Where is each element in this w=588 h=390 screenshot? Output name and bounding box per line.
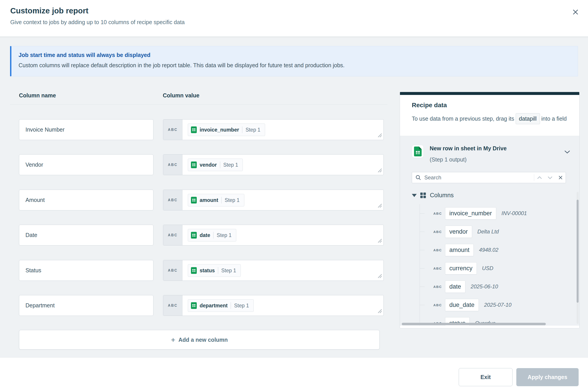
dialog-footer: Exit Apply changes <box>0 357 588 390</box>
scrollbar-thumb[interactable] <box>402 323 546 325</box>
table-row: ABC date Step 1 <box>0 225 400 245</box>
resize-handle-icon[interactable] <box>377 238 382 244</box>
column-name-input[interactable] <box>19 190 153 210</box>
tree-datapill[interactable]: currency <box>445 262 477 275</box>
description-text: To use data from a previous step, drag i… <box>412 115 514 122</box>
chevron-down-icon[interactable] <box>564 150 570 155</box>
column-value-field[interactable]: ABC department Step 1 <box>163 295 384 316</box>
resize-handle-icon[interactable] <box>377 273 382 279</box>
plus-icon: + <box>171 336 175 343</box>
datapill[interactable]: department Step 1 <box>188 299 254 312</box>
step-output-header[interactable]: New row in sheet in My Drive (Step 1 out… <box>412 145 570 158</box>
tree-datapill[interactable]: invoice_number <box>445 207 496 220</box>
datapill-separator <box>221 197 222 203</box>
step-subtitle: (Step 1 output) <box>430 156 507 163</box>
sample-value: INV-00001 <box>501 210 527 216</box>
vertical-scrollbar[interactable] <box>577 192 579 324</box>
datapill-tree-item[interactable]: ABC due_date 2025-07-10 <box>400 296 577 314</box>
clear-search-icon[interactable] <box>555 172 566 183</box>
step-title: New row in sheet in My Drive <box>430 145 507 152</box>
google-sheets-icon <box>188 161 200 168</box>
datapill-name: amount <box>200 197 218 203</box>
column-name-header: Column name <box>19 92 56 99</box>
field-type-label: ABC <box>429 266 442 270</box>
tree-items: ABC invoice_number INV-00001 ABC vendor … <box>400 204 577 326</box>
info-banner-title: Job start time and status will always be… <box>19 52 571 58</box>
datapill-tree-item[interactable]: ABC date 2025-06-10 <box>400 277 577 296</box>
field-type-prefix: ABC <box>163 225 182 245</box>
column-value-field[interactable]: ABC date Step 1 <box>163 225 384 245</box>
recipe-data-body: New row in sheet in My Drive (Step 1 out… <box>400 136 579 326</box>
exit-button[interactable]: Exit <box>459 368 512 386</box>
datapill[interactable]: invoice_number Step 1 <box>188 124 265 136</box>
datapill-step: Step 1 <box>221 268 236 274</box>
datapill-tree-item[interactable]: ABC currency USD <box>400 259 577 277</box>
recipe-data-panel: Recipe data To use data from a previous … <box>400 92 580 328</box>
datapill[interactable]: status Step 1 <box>188 264 241 277</box>
column-value-field[interactable]: ABC invoice_number Step 1 <box>163 119 384 140</box>
tree-datapill[interactable]: vendor <box>445 226 472 238</box>
datapill-tree-item[interactable]: ABC amount 4948.02 <box>400 241 577 259</box>
search-input[interactable] <box>424 174 534 181</box>
datapill-separator <box>242 126 242 133</box>
field-type-label: ABC <box>429 248 442 252</box>
dialog-header: Customize job report Give context to job… <box>0 0 588 36</box>
resize-handle-icon[interactable] <box>377 168 382 174</box>
add-column-button[interactable]: + Add a new column <box>19 330 380 349</box>
datapill-tree-item[interactable]: ABC invoice_number INV-00001 <box>400 204 577 222</box>
column-name-input[interactable] <box>19 119 153 140</box>
column-name-input[interactable] <box>19 295 153 316</box>
sample-value: 4948.02 <box>479 247 498 253</box>
tree-stub-line <box>420 287 425 287</box>
field-type-prefix: ABC <box>163 190 182 210</box>
datapill-separator <box>218 267 218 274</box>
google-sheets-icon <box>188 302 200 309</box>
panel-accent-bar <box>400 92 579 95</box>
column-value-field[interactable]: ABC vendor Step 1 <box>163 154 384 175</box>
search-bar <box>412 172 566 183</box>
resize-handle-icon[interactable] <box>377 308 382 314</box>
step-output-texts: New row in sheet in My Drive (Step 1 out… <box>430 145 507 163</box>
sample-value: 2025-06-10 <box>471 284 498 290</box>
page-title: Customize job report <box>10 6 89 15</box>
tree-datapill[interactable]: amount <box>445 244 474 256</box>
field-type-label: ABC <box>429 285 442 289</box>
chevron-up-icon[interactable] <box>534 172 545 183</box>
columns-grid-icon <box>420 193 426 198</box>
datapill[interactable]: vendor Step 1 <box>188 159 243 171</box>
tree-datapill[interactable]: date <box>445 281 465 293</box>
table-row: ABC vendor Step 1 <box>0 154 400 175</box>
table-row: ABC status Step 1 <box>0 260 400 281</box>
field-type-prefix: ABC <box>163 119 182 140</box>
chevron-down-icon[interactable] <box>545 172 555 183</box>
recipe-data-header: Recipe data To use data from a previous … <box>400 95 579 136</box>
datapill[interactable]: amount Step 1 <box>188 194 244 206</box>
customize-job-report-dialog: Customize job report Give context to job… <box>0 0 588 390</box>
datapill-separator <box>220 161 220 168</box>
column-value-field[interactable]: ABC status Step 1 <box>163 260 384 281</box>
search-icon <box>415 175 421 181</box>
resize-handle-icon[interactable] <box>377 203 382 209</box>
resize-handle-icon[interactable] <box>377 133 382 139</box>
datapill-tree-item[interactable]: ABC vendor Delta Ltd <box>400 222 577 241</box>
scrollbar-thumb[interactable] <box>577 200 579 303</box>
tree-datapill[interactable]: due_date <box>445 299 479 311</box>
header-divider <box>10 104 387 104</box>
info-banner-body: Custom columns will replace default desc… <box>19 62 571 69</box>
horizontal-scrollbar[interactable] <box>402 323 576 325</box>
sample-value: 2025-07-10 <box>484 302 512 308</box>
tree-group-columns[interactable]: Columns <box>412 192 454 199</box>
datapill-separator <box>213 232 214 239</box>
tree-stub-line <box>420 213 425 214</box>
column-name-input[interactable] <box>19 260 153 281</box>
sample-value: Delta Ltd <box>477 229 499 235</box>
close-icon[interactable] <box>571 7 580 17</box>
column-name-input[interactable] <box>19 225 153 245</box>
column-name-input[interactable] <box>19 154 153 175</box>
datapill[interactable]: date Step 1 <box>188 229 236 242</box>
sample-value: USD <box>482 265 494 271</box>
column-value-field[interactable]: ABC amount Step 1 <box>163 190 384 210</box>
datapill-chip: datapill <box>516 113 540 124</box>
tree-stub-line <box>420 232 425 232</box>
apply-changes-button[interactable]: Apply changes <box>516 368 579 386</box>
